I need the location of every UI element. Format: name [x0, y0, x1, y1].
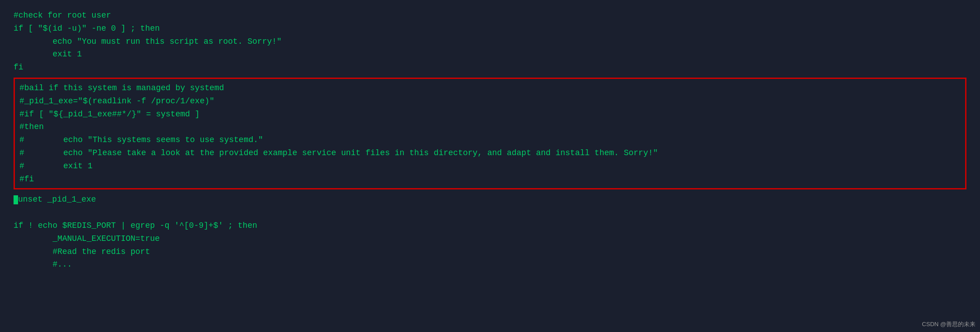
code-line: #... [14, 258, 966, 271]
code-line: exit 1 [14, 48, 966, 61]
code-line: #check for root user [14, 9, 966, 22]
fi-line: fi [14, 61, 966, 74]
highlighted-code-block: #bail if this system is managed by syste… [14, 78, 966, 189]
code-line: #bail if this system is managed by syste… [19, 82, 961, 95]
code-line [14, 206, 966, 219]
code-line: #fi [19, 173, 961, 186]
cursor [14, 195, 18, 204]
code-line: if ! echo $REDIS_PORT | egrep -q '^[0-9]… [14, 219, 966, 232]
code-line: #_pid_1_exe="$(readlink -f /proc/1/exe)" [19, 95, 961, 108]
code-line: # echo "This systems seems to use system… [19, 134, 961, 147]
code-line: # echo "Please take a look at the provid… [19, 147, 961, 160]
code-line: #Read the redis port [14, 245, 966, 258]
code-editor: #check for root user if [ "$(id -u)" -ne… [0, 0, 980, 280]
code-line: unset _pid_1_exe [14, 193, 966, 206]
code-line: echo "You must run this script as root. … [14, 35, 966, 48]
watermark: CSDN @善思的未来 [922, 320, 975, 328]
code-line: if [ "$(id -u)" -ne 0 ] ; then [14, 22, 966, 35]
code-line: #if [ "${_pid_1_exe##*/}" = systemd ] [19, 108, 961, 121]
code-line: # exit 1 [19, 160, 961, 173]
code-line: _MANUAL_EXECUTION=true [14, 232, 966, 245]
watermark-text: CSDN @善思的未来 [922, 321, 975, 327]
code-line: #then [19, 120, 961, 134]
